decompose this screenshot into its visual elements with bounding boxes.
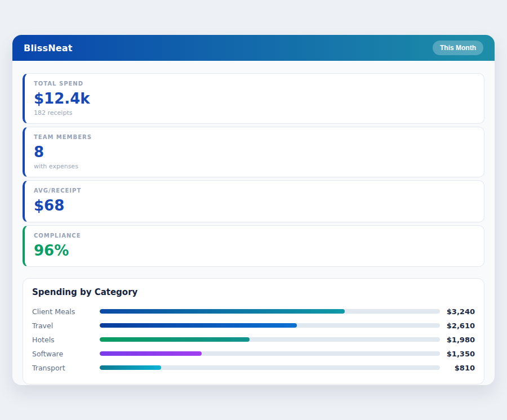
dashboard-panel: BlissNeat This Month TOTAL SPEND $12.4k … bbox=[12, 35, 495, 385]
bar-row-client-meals: Client Meals $3,240 bbox=[32, 305, 475, 319]
stat-subtext: 182 receipts bbox=[34, 109, 475, 117]
bar-row-travel: Travel $2,610 bbox=[32, 319, 475, 333]
category-label: Software bbox=[32, 350, 100, 358]
bar-track bbox=[100, 351, 440, 356]
bar-fill-1 bbox=[100, 323, 297, 328]
stat-card-total-spend: TOTAL SPEND $12.4k 182 receipts bbox=[23, 73, 484, 124]
stat-value: 8 bbox=[34, 144, 475, 161]
bar-row-hotels: Hotels $1,980 bbox=[32, 333, 475, 347]
period-badge[interactable]: This Month bbox=[433, 41, 483, 55]
bar-track bbox=[100, 309, 440, 314]
stat-label: TOTAL SPEND bbox=[34, 81, 475, 87]
bar-fill-0 bbox=[100, 309, 345, 314]
category-value: $1,350 bbox=[440, 350, 475, 358]
category-label: Transport bbox=[32, 364, 100, 372]
stat-value: 96% bbox=[34, 242, 475, 260]
app-title: BlissNeat bbox=[24, 43, 73, 53]
chart-title: Spending by Category bbox=[32, 287, 475, 297]
bar-row-transport: Transport $810 bbox=[32, 361, 475, 375]
bar-track bbox=[100, 323, 440, 328]
bar-fill-3 bbox=[100, 351, 202, 356]
stat-label: TEAM MEMBERS bbox=[34, 134, 475, 140]
stat-card-avg-receipt: AVG/RECEIPT $68 bbox=[23, 180, 484, 222]
stat-label: COMPLIANCE bbox=[34, 233, 475, 239]
category-value: $810 bbox=[440, 364, 475, 372]
bar-fill-4 bbox=[100, 365, 161, 370]
stat-card-compliance: COMPLIANCE 96% bbox=[23, 225, 484, 267]
page: { "app": { "title": "BlissNeat", "period… bbox=[0, 0, 507, 420]
spending-chart-card: Spending by Category Client Meals $3,240… bbox=[23, 278, 484, 385]
stat-card-team-members: TEAM MEMBERS 8 with expenses bbox=[23, 127, 484, 177]
stat-label: AVG/RECEIPT bbox=[34, 187, 475, 194]
app-header: BlissNeat This Month bbox=[12, 35, 495, 61]
category-label: Hotels bbox=[32, 336, 100, 344]
bar-fill-2 bbox=[100, 337, 250, 342]
category-value: $3,240 bbox=[440, 307, 475, 316]
content-area: TOTAL SPEND $12.4k 182 receipts TEAM MEM… bbox=[12, 61, 495, 385]
stat-subtext: with expenses bbox=[34, 163, 475, 170]
bar-track bbox=[100, 365, 440, 370]
category-value: $1,980 bbox=[440, 336, 475, 344]
stat-value: $68 bbox=[34, 197, 475, 215]
stat-value: $12.4k bbox=[34, 90, 475, 108]
category-label: Travel bbox=[32, 321, 100, 330]
bar-track bbox=[100, 337, 440, 342]
category-label: Client Meals bbox=[32, 307, 100, 316]
category-value: $2,610 bbox=[440, 321, 475, 330]
bar-row-software: Software $1,350 bbox=[32, 347, 475, 361]
